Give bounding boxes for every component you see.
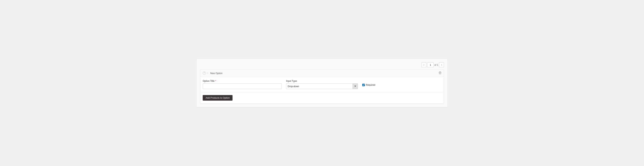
chevron-right-icon: › — [441, 64, 442, 66]
input-type-field: Input Type Drop-down Radio Buttons Check… — [286, 80, 358, 89]
add-products-button[interactable]: Add Products to Option — [203, 95, 232, 100]
divider — [200, 92, 444, 92]
option-card: ⌃ ⁞ New Option Option Title * — [200, 70, 444, 104]
pagination-prev-button[interactable]: ‹ — [421, 62, 426, 67]
collapse-icon[interactable]: ⌃ — [203, 72, 206, 75]
pagination-row: ‹ 1 of 1 › — [200, 62, 444, 67]
required-asterisk: * — [215, 80, 216, 82]
required-label[interactable]: Required — [366, 84, 375, 86]
pagination-next-button[interactable]: › — [439, 62, 444, 67]
delete-option-button[interactable] — [439, 72, 441, 75]
option-body: Option Title * Input Type Drop-down Radi… — [200, 77, 444, 104]
pagination-total: of 1 — [434, 64, 438, 66]
option-header: ⌃ ⁞ New Option — [200, 70, 444, 77]
input-type-select-wrapper: Drop-down Radio Buttons Checkbox Multipl… — [286, 83, 358, 89]
drag-icon[interactable]: ⁞ — [207, 72, 208, 74]
option-title-label: Option Title * — [203, 80, 282, 82]
required-field: Required — [362, 80, 375, 86]
required-checkbox[interactable] — [362, 84, 365, 86]
main-container: ‹ 1 of 1 › ⌃ ⁞ New Option — [196, 58, 448, 108]
chevron-left-icon: ‹ — [424, 64, 424, 66]
form-row: Option Title * Input Type Drop-down Radi… — [203, 80, 441, 89]
pagination-current: 1 — [427, 62, 434, 67]
option-title-field: Option Title * — [203, 80, 282, 89]
option-header-label: New Option — [210, 72, 222, 74]
chevron-up-icon: ⌃ — [204, 72, 205, 74]
option-header-icons: ⌃ ⁞ New Option — [203, 72, 222, 75]
input-type-select[interactable]: Drop-down Radio Buttons Checkbox Multipl… — [286, 83, 358, 89]
input-type-label: Input Type — [286, 80, 358, 82]
option-title-input[interactable] — [203, 83, 282, 89]
